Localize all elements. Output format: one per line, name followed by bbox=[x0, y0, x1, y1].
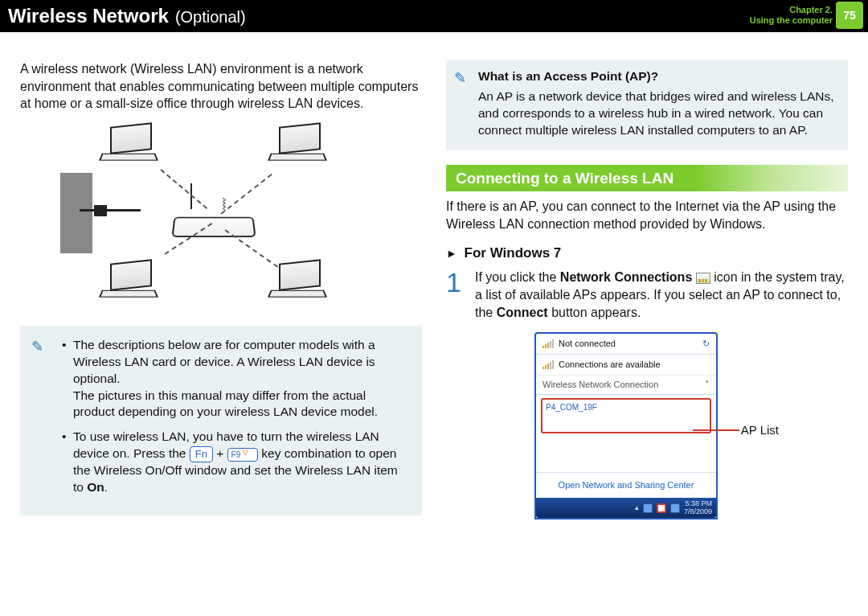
note-bullet-1: The descriptions below are for computer … bbox=[62, 337, 407, 421]
flyout-available-row: Connections are available bbox=[536, 355, 716, 376]
taskbar-clock[interactable]: 5:38 PM 7/8/2009 bbox=[684, 500, 712, 516]
ap-answer: An AP is a network device that bridges w… bbox=[478, 88, 837, 139]
chapter-label: Chapter 2. bbox=[750, 5, 833, 15]
wireless-antenna-icon bbox=[243, 450, 254, 458]
tray-network-icon[interactable] bbox=[657, 503, 666, 513]
triangle-marker-icon: ► bbox=[446, 247, 457, 260]
laptop-graphic bbox=[269, 261, 334, 310]
clock-date: 7/8/2009 bbox=[684, 508, 712, 516]
chevron-up-icon[interactable]: ▴ bbox=[635, 503, 639, 512]
note-pen-icon: ✎ bbox=[31, 337, 43, 356]
laptop-graphic bbox=[269, 125, 334, 173]
not-connected-label: Not connected bbox=[559, 338, 698, 350]
header-meta: Chapter 2. Using the computer 75 bbox=[750, 2, 863, 29]
subsection-label: For Windows 7 bbox=[465, 245, 562, 261]
taskbar: ▴ 5:38 PM 7/8/2009 bbox=[536, 498, 716, 519]
title-main: Wireless Network bbox=[8, 5, 169, 27]
subsection-heading: ► For Windows 7 bbox=[446, 244, 848, 263]
section-label: Using the computer bbox=[750, 15, 833, 26]
step-text: If you click the Network Connections ico… bbox=[475, 269, 848, 321]
refresh-icon[interactable]: ↻ bbox=[702, 338, 710, 350]
laptop-graphic bbox=[100, 261, 165, 310]
step-number: 1 bbox=[446, 269, 467, 321]
windows-network-flyout-wrap: Not connected ↻ Connections are availabl… bbox=[534, 332, 718, 519]
ap-question: What is an Access Point (AP)? bbox=[478, 68, 837, 85]
key-label: F9 bbox=[231, 450, 241, 459]
connect-term: Connect bbox=[497, 306, 548, 319]
ap-list-callout: AP List bbox=[741, 422, 779, 438]
left-column: A wireless network (Wireless LAN) enviro… bbox=[20, 60, 422, 519]
signal-bars-icon bbox=[542, 339, 554, 348]
chevron-up-icon: ˄ bbox=[705, 379, 710, 391]
open-network-center-link[interactable]: Open Network and Sharing Center bbox=[536, 472, 716, 498]
section-paragraph: If there is an AP, you can connect to th… bbox=[446, 198, 848, 232]
network-connections-icon bbox=[696, 273, 710, 284]
title-subtitle: (Optional) bbox=[175, 8, 246, 27]
wall-plug-graphic bbox=[94, 205, 107, 216]
wireless-section-header[interactable]: Wireless Network Connection ˄ bbox=[536, 376, 716, 395]
wall-graphic bbox=[60, 173, 92, 253]
right-column: ✎ What is an Access Point (AP)? An AP is… bbox=[446, 60, 848, 519]
flyout-spacer bbox=[536, 437, 716, 472]
page-title: Wireless Network (Optional) bbox=[8, 5, 246, 27]
network-connections-term: Network Connections bbox=[560, 270, 692, 284]
note-pen-icon: ✎ bbox=[454, 68, 466, 88]
access-point-infobox: ✎ What is an Access Point (AP)? An AP is… bbox=[446, 60, 848, 150]
ap-item[interactable]: P4_COM_19F bbox=[546, 403, 597, 412]
page-header: Wireless Network (Optional) Chapter 2. U… bbox=[0, 0, 868, 32]
ap-list-area[interactable]: P4_COM_19F bbox=[541, 398, 711, 433]
note-text: The descriptions below are for computer … bbox=[73, 338, 375, 385]
windows-network-flyout: Not connected ↻ Connections are availabl… bbox=[534, 332, 718, 519]
flyout-status-row: Not connected ↻ bbox=[536, 334, 716, 355]
wlan-diagram: ⦚ bbox=[68, 125, 374, 318]
wireless-section-label: Wireless Network Connection bbox=[542, 379, 658, 391]
f9-key-icon: F9 bbox=[227, 448, 258, 462]
step-1: 1 If you click the Network Connections i… bbox=[446, 269, 848, 321]
page-number-badge: 75 bbox=[836, 2, 863, 29]
note-bullet-2: To use wireless LAN, you have to turn th… bbox=[62, 429, 407, 496]
plus-text: + bbox=[216, 446, 227, 460]
connections-available-label: Connections are available bbox=[559, 359, 661, 371]
router-graphic: ⦚ bbox=[173, 201, 261, 241]
tray-flag-icon[interactable] bbox=[643, 503, 653, 513]
period: . bbox=[104, 480, 108, 494]
on-word: On bbox=[87, 480, 104, 494]
signal-bars-icon bbox=[542, 360, 554, 369]
notes-box: ✎ The descriptions below are for compute… bbox=[20, 326, 422, 515]
section-heading: Connecting to a Wireless LAN bbox=[446, 165, 848, 192]
note-text: The pictures in this manual may differ f… bbox=[73, 388, 378, 419]
page-content: A wireless network (Wireless LAN) enviro… bbox=[0, 32, 868, 528]
tray-volume-icon[interactable] bbox=[670, 503, 680, 513]
laptop-graphic bbox=[100, 125, 165, 173]
intro-paragraph: A wireless network (Wireless LAN) enviro… bbox=[20, 60, 422, 113]
fn-key-icon: Fn bbox=[190, 446, 213, 462]
